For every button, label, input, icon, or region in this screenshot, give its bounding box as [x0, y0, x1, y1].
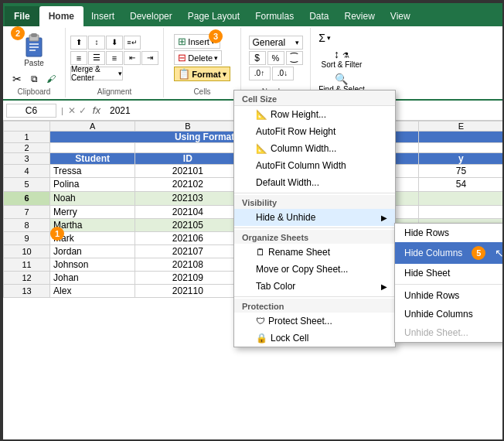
align-bottom-button[interactable]: ⬇ — [106, 36, 123, 50]
autosum-button[interactable]: Σ▾ — [317, 31, 366, 45]
step-badge-3: 3 — [209, 29, 223, 43]
format-painter-button[interactable]: 🖌 — [43, 72, 59, 86]
hide-rows-item[interactable]: Hide Rows — [395, 224, 504, 242]
align-center-button[interactable]: ☰ — [88, 51, 105, 65]
tab-formulas[interactable]: Formulas — [247, 6, 301, 26]
tab-file[interactable]: File — [5, 6, 39, 26]
alignment-label: Alignment — [97, 86, 131, 96]
cell-size-header: Cell Size — [234, 91, 395, 106]
rename-sheet-icon: 🗒 — [256, 247, 265, 258]
clipboard-group: 2 Paste — [3, 28, 66, 97]
organize-header: Organize Sheets — [234, 230, 395, 244]
visibility-header: Visibility — [234, 195, 395, 209]
lock-cell-item[interactable]: 🔒 Lock Cell — [234, 330, 395, 347]
number-group: General▾ $ % ⁐ .0↑ .0↓ Number — [241, 28, 311, 97]
tab-data[interactable]: Data — [301, 6, 336, 26]
align-middle-button[interactable]: ↕ — [88, 36, 105, 50]
default-width-item[interactable]: Default Width... — [234, 174, 395, 191]
unhide-columns-item[interactable]: Unhide Columns — [395, 305, 504, 323]
col-header-b[interactable]: B — [135, 121, 240, 132]
col-header-e[interactable]: E — [418, 121, 503, 132]
rename-sheet-item[interactable]: 🗒 Rename Sheet — [234, 244, 395, 261]
col-header-a[interactable]: A — [50, 121, 135, 132]
tab-color-arrow-icon: ▶ — [381, 282, 387, 291]
cut-button[interactable]: ✂ — [9, 72, 25, 86]
row-height-item[interactable]: 📐 Row Height... — [234, 106, 395, 123]
column-width-item[interactable]: 📐 Column Width... — [234, 140, 395, 157]
copy-button[interactable]: ⧉ — [26, 72, 42, 86]
submenu-arrow-icon: ▶ — [381, 214, 387, 222]
tab-developer[interactable]: Developer — [122, 6, 180, 26]
formula-icons: ✕ ✓ — [68, 105, 87, 116]
indent-dec-button[interactable]: ⇤ — [124, 51, 141, 65]
tab-color-item[interactable]: Tab Color ▶ — [234, 278, 395, 295]
hide-unhide-item[interactable]: Hide & Unhide ▶ — [234, 209, 395, 226]
protect-sheet-item[interactable]: 🛡 Protect Sheet... — [234, 313, 395, 330]
column-width-icon: 📐 — [256, 143, 267, 154]
increase-decimal-button[interactable]: .0↑ — [249, 67, 271, 80]
hide-unhide-submenu: Hide Rows Hide Columns 5 ↖ Hide Sheet Un… — [394, 223, 504, 343]
tab-insert[interactable]: Insert — [83, 6, 122, 26]
name-box[interactable]: C6 — [6, 104, 56, 118]
merge-center-button[interactable]: Merge & Center▾ — [70, 67, 123, 80]
svg-rect-2 — [31, 33, 37, 37]
number-format-select[interactable]: General▾ — [249, 36, 303, 50]
decrease-decimal-button[interactable]: .0↓ — [272, 67, 294, 80]
indent-inc-button[interactable]: ⇥ — [141, 51, 158, 65]
tab-view[interactable]: View — [383, 6, 418, 26]
editing-group: Σ▾ ↕ ⚗ Sort & Filter 🔍 Find & Select — [311, 28, 373, 97]
protection-header: Protection — [234, 299, 395, 313]
step-badge-2: 2 — [11, 26, 25, 40]
tab-home[interactable]: Home — [39, 6, 83, 26]
align-right-button[interactable]: ≡ — [106, 51, 123, 65]
protect-sheet-icon: 🛡 — [256, 316, 265, 326]
cells-label: Cells — [193, 86, 210, 96]
step-badge-1: 1 — [50, 227, 64, 241]
format-button[interactable]: 📋 Format▾ — [174, 67, 230, 81]
clipboard-label: Clipboard — [18, 86, 51, 96]
hide-sheet-item[interactable]: Hide Sheet — [395, 264, 504, 282]
confirm-formula-icon[interactable]: ✓ — [79, 105, 87, 116]
hide-columns-item[interactable]: Hide Columns 5 ↖ — [395, 242, 504, 264]
autofit-row-item[interactable]: AutoFit Row Height — [234, 123, 395, 140]
tab-review[interactable]: Review — [337, 6, 383, 26]
delete-button[interactable]: ⊟ Delete▾ — [174, 50, 222, 65]
move-copy-item[interactable]: Move or Copy Sheet... — [234, 261, 395, 278]
format-menu: Cell Size 📐 Row Height... AutoFit Row He… — [233, 90, 396, 347]
formula-expand-icon: | — [60, 106, 65, 115]
percent-button[interactable]: % — [267, 51, 284, 65]
alignment-group: ⬆ ↕ ⬇ ≡↵ ≡ ☰ ≡ ⇤ ⇥ Merge & Center▾ — [66, 28, 164, 97]
accounting-button[interactable]: $ — [249, 51, 266, 65]
autofit-col-item[interactable]: AutoFit Column Width — [234, 157, 395, 174]
unhide-rows-item[interactable]: Unhide Rows — [395, 286, 504, 305]
tab-page-layout[interactable]: Page Layout — [180, 6, 247, 26]
cursor-icon: ↖ — [495, 247, 504, 259]
align-left-button[interactable]: ≡ — [70, 51, 87, 65]
unhide-sheet-item[interactable]: Unhide Sheet... — [395, 323, 504, 342]
comma-button[interactable]: ⁐ — [286, 51, 303, 65]
align-top-button[interactable]: ⬆ — [70, 36, 87, 50]
row-height-icon: 📐 — [256, 109, 267, 120]
wrap-text-button[interactable]: ≡↵ — [124, 36, 141, 50]
cancel-formula-icon[interactable]: ✕ — [68, 105, 76, 116]
step-badge-5: 5 — [472, 246, 485, 260]
fx-label: fx — [90, 104, 104, 116]
lock-cell-icon: 🔒 — [256, 333, 267, 344]
sort-filter-button[interactable]: ↕ ⚗ Sort & Filter — [317, 47, 366, 70]
format-group: 3 ⊞ Insert▾ ⊟ Delete▾ — [164, 28, 241, 97]
